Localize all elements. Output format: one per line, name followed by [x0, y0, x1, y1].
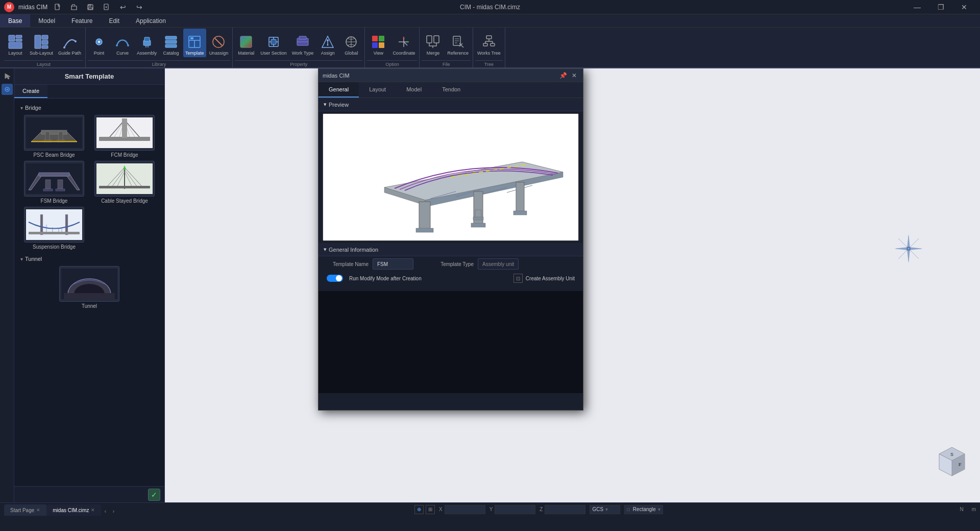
- snap-grid-btn[interactable]: ⊞: [426, 505, 435, 514]
- dialog-tab-layout[interactable]: Layout: [359, 82, 396, 98]
- nav-cube-gizmo[interactable]: S F: [934, 445, 970, 482]
- scroll-right-icon[interactable]: ›: [109, 506, 117, 516]
- ribbon-btn-curve[interactable]: Curve: [111, 29, 134, 57]
- confirm-button[interactable]: ✓: [148, 489, 160, 501]
- menu-application[interactable]: Application: [128, 14, 174, 27]
- undo-icon[interactable]: ↩: [117, 3, 129, 12]
- ribbon-btn-unassign[interactable]: Unassign: [207, 29, 231, 57]
- plane-select[interactable]: □ Rectangle ▾: [624, 505, 663, 514]
- list-item[interactable]: Cable Stayed Bridge: [91, 161, 158, 204]
- snap-controls: ⊕ ⊞: [414, 505, 435, 514]
- gcs-select[interactable]: GCS ▾: [590, 505, 620, 514]
- menu-base[interactable]: Base: [0, 14, 30, 27]
- tunnel-label: Tunnel: [82, 303, 97, 309]
- tab-cimz-close[interactable]: ✕: [91, 508, 95, 513]
- tunnel-section-header[interactable]: ▾ Tunnel: [18, 254, 160, 264]
- ribbon-btn-merge[interactable]: Merge: [422, 29, 444, 57]
- svg-point-17: [116, 44, 118, 46]
- ribbon-btn-reference[interactable]: Reference: [445, 29, 471, 57]
- sidebar-tab-create[interactable]: Create: [14, 85, 47, 98]
- snap-point-btn[interactable]: ⊕: [414, 505, 424, 514]
- svg-point-16: [98, 41, 100, 43]
- viewport[interactable]: S F midas CIM 📌 ✕ General Layout Model T…: [165, 68, 980, 502]
- list-item[interactable]: PSC Beam Bridge: [20, 115, 88, 158]
- scroll-left-icon[interactable]: ‹: [101, 506, 109, 516]
- create-assembly-icon[interactable]: ⊡: [513, 274, 523, 283]
- ribbon-btn-workstree[interactable]: Works Tree: [475, 29, 503, 57]
- y-value-field[interactable]: [495, 505, 535, 514]
- ribbon-btn-coordinate[interactable]: Coordinate: [390, 29, 417, 57]
- svg-rect-5: [9, 35, 15, 41]
- modify-mode-toggle[interactable]: [327, 275, 343, 282]
- ribbon-btn-worktype[interactable]: Work Type: [290, 29, 316, 57]
- x-value-field[interactable]: [445, 505, 485, 514]
- gcs-arrow: ▾: [605, 506, 608, 512]
- layout-icon: [7, 34, 23, 50]
- redo-icon[interactable]: ↪: [133, 3, 145, 12]
- iconbar-settings[interactable]: [2, 84, 13, 95]
- tab-startpage-close[interactable]: ✕: [36, 508, 40, 513]
- ribbon-btn-template[interactable]: Template: [183, 29, 206, 57]
- svg-rect-32: [240, 36, 252, 47]
- svg-rect-9: [35, 35, 41, 49]
- svg-rect-133: [419, 202, 430, 230]
- dialog-tab-model[interactable]: Model: [396, 82, 432, 98]
- open-file-icon[interactable]: [68, 3, 80, 12]
- menu-edit[interactable]: Edit: [101, 14, 128, 27]
- svg-rect-134: [416, 228, 433, 232]
- maximize-button[interactable]: ❐: [929, 0, 952, 14]
- ribbon-btn-assign[interactable]: Assign: [316, 29, 339, 57]
- ribbon-btn-usersection[interactable]: User Section: [258, 29, 289, 57]
- svg-rect-0: [55, 4, 59, 10]
- close-button[interactable]: ✕: [952, 0, 976, 14]
- ribbon-btn-assembly[interactable]: Assembly: [135, 29, 159, 57]
- ribbon-btn-point[interactable]: Point: [88, 29, 110, 57]
- ribbon-btn-sublayout[interactable]: Sub-Layout: [28, 29, 55, 57]
- fcm-thumb: [94, 115, 155, 151]
- tab-cimz[interactable]: midas CIM.cimz ✕: [46, 504, 101, 516]
- save-icon[interactable]: [84, 3, 96, 12]
- svg-rect-60: [483, 43, 487, 46]
- template-name-field[interactable]: FSM: [373, 258, 413, 270]
- ribbon-btn-layout[interactable]: Layout: [4, 29, 27, 57]
- ribbon-btn-catalog[interactable]: Catalog: [160, 29, 182, 57]
- menu-feature[interactable]: Feature: [63, 14, 101, 27]
- general-info-section-header[interactable]: ▾ General Information: [318, 243, 583, 256]
- svg-rect-84: [45, 180, 51, 190]
- svg-rect-105: [29, 232, 80, 234]
- dialog-tab-general[interactable]: General: [318, 82, 359, 98]
- ribbon-btn-view[interactable]: View: [367, 29, 389, 57]
- list-item[interactable]: FSM Bridge: [20, 161, 88, 204]
- y-label: Y: [489, 506, 493, 512]
- ribbon-btn-global[interactable]: Global: [340, 29, 362, 57]
- new-file-icon[interactable]: [52, 3, 64, 12]
- svg-rect-49: [427, 36, 432, 43]
- svg-rect-67: [45, 132, 50, 141]
- tree-section-bridge: ▾ Bridge: [18, 103, 160, 252]
- svg-rect-85: [58, 180, 63, 190]
- main-area: Smart Template Create ▾ Bridge: [0, 68, 980, 502]
- list-item[interactable]: Suspension Bridge: [20, 207, 88, 250]
- bridge-section-header[interactable]: ▾ Bridge: [18, 103, 160, 113]
- preview-area: [323, 113, 579, 241]
- iconbar-select[interactable]: [2, 70, 13, 82]
- close-file-icon[interactable]: [101, 3, 113, 12]
- tab-startpage[interactable]: Start Page ✕: [4, 504, 46, 516]
- ribbon-btn-guidepath[interactable]: Guide Path: [56, 29, 83, 57]
- svg-marker-46: [403, 37, 405, 39]
- dialog-close-button[interactable]: ✕: [570, 71, 579, 80]
- dialog-pin-button[interactable]: 📌: [558, 71, 568, 80]
- svg-rect-20: [144, 37, 150, 41]
- list-item[interactable]: Tunnel: [20, 266, 158, 309]
- preview-section-header[interactable]: ▾ Preview: [318, 98, 583, 111]
- menu-model[interactable]: Model: [30, 14, 63, 27]
- svg-marker-47: [407, 41, 409, 43]
- z-value-field[interactable]: [545, 505, 585, 514]
- coord-z-group: Z: [540, 505, 585, 514]
- ribbon-btn-material[interactable]: Material: [235, 29, 257, 57]
- minimize-button[interactable]: —: [905, 0, 929, 14]
- coord-x-group: X: [439, 505, 485, 514]
- dialog-tab-tendon[interactable]: Tendon: [432, 82, 471, 98]
- list-item[interactable]: FCM Bridge: [91, 115, 158, 158]
- ribbon: Layout Sub-Layout: [0, 28, 980, 68]
